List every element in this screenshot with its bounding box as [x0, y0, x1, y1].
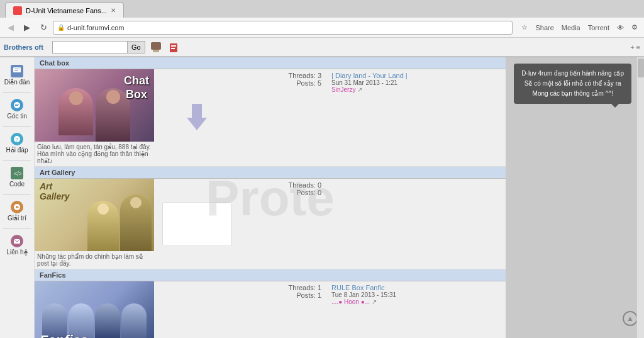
svg-text:</>: </> [14, 171, 21, 177]
share-button[interactable]: Share [533, 23, 556, 33]
svg-rect-7 [14, 70, 18, 70]
notification-popup: D-luv 4rum đang tiến hành nâng cấp Sẽ có… [514, 64, 631, 104]
svg-text:?: ? [15, 137, 18, 143]
tab-bar: D-Unit Vietnamese Fans... ✕ [0, 0, 644, 18]
chat-box-desc: Giao lưu, làm quen, tán gẩu, 888 tại đây… [35, 142, 157, 166]
sidebar-label-entertainment: Giải trí [8, 215, 26, 222]
forum-cell-last-art [326, 179, 506, 269]
arrow-cell-chat [157, 69, 236, 167]
sidebar-label-contact: Liên hệ [6, 249, 27, 256]
toolbar-icon-2[interactable] [167, 40, 180, 54]
chat-last-title[interactable]: | Diary land - Your Land | [331, 72, 501, 79]
sidebar-label-qa: Hỏi đáp [6, 147, 28, 154]
svg-rect-9 [15, 104, 19, 104]
fanfics-last-user: ....● Hoon ●... ↗ [331, 298, 501, 305]
forum-cell-stats-art: Threads: 0 Posts: 0 [236, 179, 326, 269]
forum-row-chat: ChatBox Giao lưu, làm quen, tán gẩu, 888… [35, 69, 506, 167]
toolbar-logo: Brothers oft [4, 43, 43, 51]
eye-icon[interactable]: 👁 [614, 23, 626, 33]
forum-cell-img-fanfics: Fanfics [35, 281, 157, 339]
forum-cell-img-art: ArtGallery Những tác phẩm do chính bạn [35, 179, 157, 269]
svg-rect-10 [15, 105, 18, 106]
toolbar-search-box: Go [52, 41, 145, 54]
section-header-art: Art Gallery [35, 167, 506, 179]
browser-tab[interactable]: D-Unit Vietnamese Fans... ✕ [5, 3, 124, 18]
chat-threads-stat: Threads: 3 [242, 72, 321, 79]
forum-cell-stats-fanfics: Threads: 1 Posts: 1 [236, 281, 326, 339]
art-posts-stat: Posts: 0 [242, 189, 321, 196]
forum-row-art: ArtGallery Những tác phẩm do chính bạn [35, 179, 506, 269]
toolbar-bar: Brothers oft Go + ≡ [0, 38, 644, 57]
sidebar-item-news[interactable]: Góc tin [0, 96, 34, 122]
ext-settings-icon[interactable]: ≡ [636, 43, 640, 51]
forum-cell-last-chat: | Diary land - Your Land | Sun 31 Mar 20… [326, 69, 506, 167]
forward-button[interactable]: ▶ [20, 21, 34, 35]
fanfics-user-icon: ↗ [372, 298, 377, 305]
sidebar-divider-3 [3, 160, 30, 161]
main-content: Prote Chat box [35, 57, 506, 338]
toolbar-ext-icons: + ≡ [630, 43, 640, 51]
lock-icon: 🔒 [57, 24, 65, 31]
address-bar[interactable]: 🔒 d-unit.forumvi.com [53, 21, 513, 35]
arrow-cell-art [157, 179, 236, 269]
nav-bar: ◀ ▶ ↻ 🔒 d-unit.forumvi.com ☆ Share Media… [0, 18, 644, 38]
art-gallery-image: ArtGallery [35, 179, 154, 251]
scrollbar[interactable] [636, 57, 644, 338]
left-sidebar: Diễn đàn Góc tin ? Hỏi đáp </> Code [0, 57, 35, 338]
star-icon[interactable]: ☆ [519, 22, 530, 33]
art-threads-stat: Threads: 0 [242, 181, 321, 189]
sidebar-item-qa[interactable]: ? Hỏi đáp [0, 130, 34, 156]
toolbar-go-button[interactable]: Go [128, 41, 145, 54]
sidebar-label-code: Code [9, 181, 25, 188]
chat-box-label: ChatBox [124, 74, 149, 101]
fanfics-image: Fanfics [35, 281, 154, 338]
right-side: D-luv 4rum đang tiến hành nâng cấp Sẽ có… [506, 57, 644, 338]
sidebar-item-entertainment[interactable]: Giải trí [0, 198, 34, 224]
forum-cell-img-chat: ChatBox Giao lưu, làm quen, tán gẩu, 888… [35, 69, 157, 167]
sidebar-label-forum: Diễn đàn [4, 79, 30, 86]
forum-cell-last-fanfics: RULE Box Fanfic Tue 8 Jan 2013 - 15:31 .… [326, 281, 506, 339]
sidebar-divider-4 [3, 194, 30, 194]
svg-rect-1 [153, 50, 159, 52]
notif-line2: Sẽ có một số lỗi nhỏ có thể xảy ra [521, 79, 624, 89]
toolbar-icon-1[interactable] [149, 40, 163, 54]
notif-line1: D-luv 4rum đang tiến hành nâng cấp [521, 69, 624, 79]
sidebar-label-news: Góc tin [7, 113, 27, 120]
chat-user-icon: ↗ [357, 86, 362, 93]
fanfics-label: Fanfics [40, 332, 88, 338]
fanfics-last-title[interactable]: RULE Box Fanfic [331, 284, 501, 291]
forum-table: Chat box [35, 57, 506, 338]
svg-rect-4 [171, 48, 175, 49]
forum-row-fanfics: Fanfics Threads: 1 Posts: 1 [35, 281, 506, 339]
svg-marker-17 [187, 104, 207, 130]
svg-rect-3 [171, 45, 176, 47]
chat-box-image: ChatBox [35, 69, 154, 142]
toolbar-search-input[interactable] [52, 41, 128, 54]
fanfics-posts-stat: Posts: 1 [242, 291, 321, 299]
sidebar-item-code[interactable]: </> Code [0, 164, 34, 190]
section-header-fanfics: FanFics [35, 269, 506, 281]
svg-rect-0 [151, 42, 161, 50]
settings-icon[interactable]: ⚙ [629, 22, 640, 33]
ext-add-icon[interactable]: + [630, 43, 634, 51]
torrent-button[interactable]: Torrent [586, 23, 612, 33]
tab-title: D-Unit Vietnamese Fans... [26, 7, 107, 14]
chat-last-user: SinJerzy ↗ [331, 86, 501, 93]
sidebar-item-forum[interactable]: Diễn đàn [0, 62, 34, 88]
art-empty-box [162, 202, 231, 246]
browser-chrome: D-Unit Vietnamese Fans... ✕ ◀ ▶ ↻ 🔒 d-un… [0, 0, 644, 57]
tab-close-button[interactable]: ✕ [111, 7, 116, 14]
forum-cell-stats-chat: Threads: 3 Posts: 5 [236, 69, 326, 167]
svg-rect-6 [14, 69, 19, 69]
back-button[interactable]: ◀ [4, 21, 18, 35]
sidebar-item-contact[interactable]: Liên hệ [0, 232, 34, 258]
media-button[interactable]: Media [559, 23, 583, 33]
chat-last-date: Sun 31 Mar 2013 - 1:21 [331, 79, 501, 86]
sidebar-divider-1 [3, 92, 30, 93]
sidebar-divider-2 [3, 126, 30, 127]
scroll-to-top-button[interactable]: ▲ [623, 311, 638, 326]
scrollbar-thumb[interactable] [638, 59, 644, 77]
section-header-chat: Chat box [35, 57, 506, 69]
reload-button[interactable]: ↻ [36, 21, 50, 35]
chat-posts-stat: Posts: 5 [242, 79, 321, 87]
